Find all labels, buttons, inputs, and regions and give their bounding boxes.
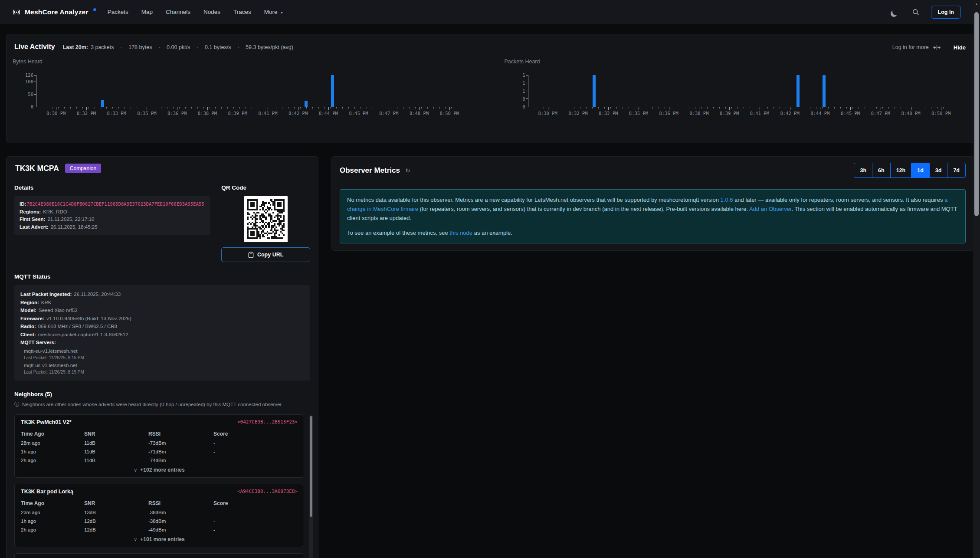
x-axis-tick-label: 8:45 PM: [349, 111, 368, 116]
hide-button[interactable]: Hide: [954, 44, 966, 51]
x-axis-minor-tick: [810, 107, 810, 108]
column-header: SNR: [84, 499, 148, 508]
info-icon: ⓘ: [14, 401, 20, 407]
table-cell: -: [213, 508, 298, 517]
mqtt-field: Client:meshcore-packet-capture/1.1.3-9b6…: [20, 331, 304, 339]
more-entries-button[interactable]: ∨+102 more entries: [21, 467, 298, 473]
neighbors-scrollbar-thumb[interactable]: [310, 416, 312, 517]
x-axis-minor-tick: [95, 107, 95, 108]
mqtt-servers-label: MQTT Servers:: [20, 338, 304, 347]
x-axis-tick-label: 8:45 PM: [841, 111, 860, 116]
x-axis-minor-tick: [882, 107, 883, 108]
time-range-button-7d[interactable]: 7d: [947, 163, 966, 178]
nav-item-map[interactable]: Map: [141, 9, 153, 15]
neighbor-table-header: Time AgoSNRRSSIScore: [21, 429, 298, 439]
nav-item-packets[interactable]: Packets: [108, 9, 128, 15]
notice-link[interactable]: this node: [449, 230, 472, 236]
neighbor-name: TK3K PwMch01 V2*: [21, 419, 72, 425]
x-axis-minor-tick: [798, 107, 798, 108]
chart-bar: [101, 100, 104, 107]
time-range-button-6h[interactable]: 6h: [872, 163, 891, 178]
time-range-button-12h[interactable]: 12h: [890, 163, 912, 178]
y-axis-tick-label: 1: [522, 89, 525, 94]
observer-metrics-title: Observer Metrics: [340, 166, 400, 175]
clipboard-icon: [248, 252, 254, 258]
live-activity-panel: Live Activity Last 20m: 3 packets·178 by…: [6, 34, 974, 143]
table-cell: -: [213, 456, 298, 465]
x-axis-major-tick: [328, 107, 329, 110]
notice-link[interactable]: a change in MeshCore firmare: [347, 197, 947, 212]
copy-url-button[interactable]: Copy URL: [221, 247, 310, 262]
table-cell: 2h ago: [21, 456, 84, 465]
x-axis-minor-tick: [76, 107, 77, 108]
expand-horizontal-icon[interactable]: [933, 45, 941, 50]
detail-field: ID:7B2C4E980E16C1C4D8FB0627CBEF11965D8A9…: [20, 200, 205, 208]
notice-link[interactable]: 1.0.6: [721, 197, 733, 203]
live-charts: Bytes Heard 0501001268:30 PM8:32 PM8:33 …: [7, 53, 973, 126]
x-axis-minor-tick: [834, 107, 835, 108]
x-axis-minor-tick: [786, 107, 786, 108]
x-axis-minor-tick: [604, 107, 605, 108]
time-range-button-1d[interactable]: 1d: [911, 163, 930, 178]
notice-link[interactable]: Add an Observer: [749, 206, 792, 212]
brand[interactable]: MeshCore Analyzer: [12, 8, 96, 16]
x-axis-minor-tick: [210, 107, 210, 108]
nav-item-traces[interactable]: Traces: [233, 9, 251, 15]
x-axis-major-tick: [298, 107, 298, 110]
x-axis-tick-label: 8:39 PM: [720, 111, 739, 116]
y-axis-tick-label: 0: [522, 104, 525, 109]
x-axis-minor-tick: [652, 107, 653, 108]
refresh-icon[interactable]: ↻: [405, 167, 410, 174]
chart-title: Bytes Heard: [13, 59, 43, 65]
x-axis-tick-label: 8:32 PM: [568, 111, 587, 116]
page-scrollbar[interactable]: ▲: [973, 0, 980, 558]
time-range-button-3h[interactable]: 3h: [854, 163, 872, 178]
login-button[interactable]: Log In: [931, 6, 961, 19]
x-axis-minor-tick: [701, 107, 701, 108]
detail-field: Last Advert:26.11.2025, 18:45:25: [20, 223, 205, 231]
login-for-more-label[interactable]: Log in for more: [892, 44, 929, 50]
x-axis-minor-tick: [840, 107, 841, 108]
y-axis-tick-label: 50: [28, 92, 33, 97]
x-axis-minor-tick: [683, 107, 683, 108]
x-axis-major-tick: [760, 107, 760, 110]
x-axis-minor-tick: [544, 107, 544, 108]
x-axis-minor-tick: [143, 107, 143, 108]
x-axis-minor-tick: [161, 107, 161, 108]
mqtt-server-host: mqtt-us-v1.letsmesh.net: [20, 362, 304, 369]
x-axis-major-tick: [881, 107, 881, 110]
x-axis-major-tick: [941, 107, 941, 110]
x-axis-tick-label: 8:30 PM: [538, 111, 557, 116]
live-stat: 59.3 bytes/pkt (avg): [246, 44, 293, 50]
bytes-heard-chart: Bytes Heard 0501001268:30 PM8:32 PM8:33 …: [15, 58, 473, 126]
time-range-button-3d[interactable]: 3d: [929, 163, 948, 178]
nav-item-channels[interactable]: Channels: [166, 9, 190, 15]
x-axis-minor-tick: [403, 107, 403, 108]
x-axis-tick-label: 8:35 PM: [629, 111, 648, 116]
node-type-badge: Companion: [65, 164, 101, 173]
x-axis-major-tick: [820, 107, 820, 110]
scrollbar-up-arrow-icon[interactable]: ▲: [973, 2, 980, 6]
x-axis-minor-tick: [737, 107, 738, 108]
x-axis-minor-tick: [252, 107, 252, 108]
dark-mode-toggle-moon-icon[interactable]: [892, 9, 899, 15]
notice-paragraph: To see an example of these metrics, see …: [347, 228, 958, 237]
x-axis-major-tick: [729, 107, 730, 110]
more-entries-button[interactable]: ∨+101 more entries: [21, 536, 298, 542]
x-axis-major-tick: [147, 107, 147, 110]
page-scrollbar-thumb[interactable]: [974, 12, 979, 216]
x-axis-minor-tick: [689, 107, 689, 108]
search-icon[interactable]: [912, 8, 920, 16]
y-axis-tick: [34, 94, 36, 95]
x-axis-minor-tick: [294, 107, 295, 108]
x-axis-minor-tick: [185, 107, 186, 108]
neighbors-scrollbar[interactable]: [309, 415, 313, 558]
live-activity-header: Live Activity Last 20m: 3 packets·178 by…: [7, 34, 973, 53]
nav-item-nodes[interactable]: Nodes: [203, 9, 220, 15]
x-axis-tick-label: 8:48 PM: [410, 111, 429, 116]
metrics-notice: No metrics data available for this obser…: [340, 189, 966, 243]
nav-item-more[interactable]: More ▾: [264, 9, 283, 15]
x-axis-minor-tick: [70, 107, 71, 108]
live-activity-title: Live Activity: [14, 43, 55, 51]
neighbor-card: TK3K Bar pod Lorką<A94CC380...3A6873E8>T…: [14, 484, 304, 547]
